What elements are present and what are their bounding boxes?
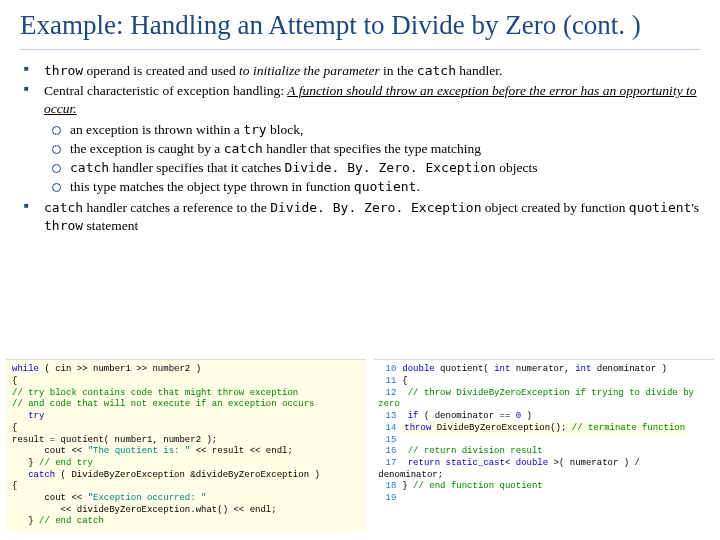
code-line: try xyxy=(12,411,360,423)
code-exception: Divide. By. Zero. Exception xyxy=(285,160,496,175)
text: this type matches the object type thrown… xyxy=(70,179,354,194)
sub-4: this type matches the object type thrown… xyxy=(44,178,700,196)
code-catch: catch xyxy=(70,160,109,175)
text: object created by function xyxy=(481,200,628,215)
code-line: cout << "The quotient is: " << result <<… xyxy=(12,446,360,458)
text: handler that specifies the type matching xyxy=(263,141,481,156)
bullet-1: throw operand is created and used to ini… xyxy=(20,62,700,80)
code-line: 19 xyxy=(378,493,710,505)
code-catch: catch xyxy=(224,141,263,156)
code-throw: throw xyxy=(44,63,83,78)
code-line: { xyxy=(12,376,360,388)
text: an exception is thrown within a xyxy=(70,122,243,137)
code-line: 16 // return division result xyxy=(378,446,710,458)
code-line: { xyxy=(12,423,360,435)
code-line: 15 xyxy=(378,435,710,447)
text: the exception is caught by a xyxy=(70,141,224,156)
text: Central characteristic of exception hand… xyxy=(44,83,287,98)
code-block-left: while ( cin >> number1 >> number2 ) { //… xyxy=(6,359,366,532)
code-line: 12 // throw DivideByZeroException if try… xyxy=(378,388,710,411)
text: statement xyxy=(83,218,138,233)
code-line: 14 throw DivideByZeroException(); // ter… xyxy=(378,423,710,435)
text: objects xyxy=(496,160,538,175)
sub-list: an exception is thrown within a try bloc… xyxy=(44,121,700,197)
code-line: } // end catch xyxy=(12,516,360,528)
code-row: while ( cin >> number1 >> number2 ) { //… xyxy=(6,359,714,532)
code-line: 13 if ( denominator == 0 ) xyxy=(378,411,710,423)
bullet-list: throw operand is created and used to ini… xyxy=(20,62,700,235)
code-quotient: quotient xyxy=(629,200,692,215)
code-line: cout << "Exception occurred: " xyxy=(12,493,360,505)
code-exception: Divide. By. Zero. Exception xyxy=(270,200,481,215)
code-line: { xyxy=(12,481,360,493)
code-line: 17 return static_cast< double >( numerat… xyxy=(378,458,710,481)
bullet-2: Central characteristic of exception hand… xyxy=(20,82,700,196)
text: handler specifies that it catches xyxy=(109,160,284,175)
code-throw: throw xyxy=(44,218,83,233)
text-italic: to initialize the parameter xyxy=(239,63,380,78)
code-line: catch ( DivideByZeroException &divideByZ… xyxy=(12,470,360,482)
code-line: << divideByZeroException.what() << endl; xyxy=(12,505,360,517)
code-line: while ( cin >> number1 >> number2 ) xyxy=(12,364,360,376)
code-comment: // and code that will not execute if an … xyxy=(12,399,360,411)
code-try: try xyxy=(243,122,266,137)
code-quotient: quotient xyxy=(354,179,417,194)
sub-3: catch handler specifies that it catches … xyxy=(44,159,700,177)
code-line: 11{ xyxy=(378,376,710,388)
slide-content: throw operand is created and used to ini… xyxy=(20,62,700,235)
text: block, xyxy=(267,122,304,137)
code-block-right: 10double quotient( int numerator, int de… xyxy=(374,359,714,532)
sub-1: an exception is thrown within a try bloc… xyxy=(44,121,700,139)
text: 's xyxy=(691,200,699,215)
text: . xyxy=(416,179,419,194)
slide-title: Example: Handling an Attempt to Divide b… xyxy=(20,10,700,50)
sub-2: the exception is caught by a catch handl… xyxy=(44,140,700,158)
code-line: result = quotient( number1, number2 ); xyxy=(12,435,360,447)
text: operand is created and used xyxy=(83,63,239,78)
code-line: } // end try xyxy=(12,458,360,470)
code-catch: catch xyxy=(417,63,456,78)
slide: Example: Handling an Attempt to Divide b… xyxy=(0,0,720,235)
text: in the xyxy=(380,63,417,78)
text: handler catches a reference to the xyxy=(83,200,270,215)
code-catch: catch xyxy=(44,200,83,215)
text: handler. xyxy=(456,63,503,78)
code-line: 18} // end function quotient xyxy=(378,481,710,493)
bullet-3: catch handler catches a reference to the… xyxy=(20,199,700,235)
code-comment: // try block contains code that might th… xyxy=(12,388,360,400)
code-line: 10double quotient( int numerator, int de… xyxy=(378,364,710,376)
